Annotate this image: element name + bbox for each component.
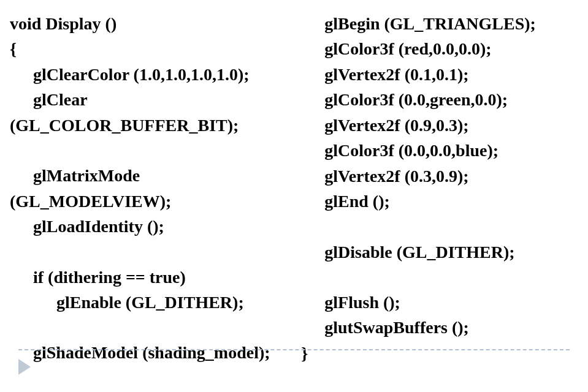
code-line: glBegin (GL_TRIANGLES);: [301, 11, 569, 36]
blank-line: [10, 138, 278, 163]
code-line: if (dithering == true): [10, 265, 278, 290]
code-line: glColor3f (0.0,0.0,blue);: [301, 138, 569, 163]
right-column: glBegin (GL_TRIANGLES); glColor3f (red,0…: [301, 11, 569, 366]
left-column: void Display () { glClearColor (1.0,1.0,…: [10, 11, 278, 366]
code-line: glLoadIdentity ();: [10, 214, 278, 239]
blank-line: [301, 214, 569, 239]
divider-line: [18, 349, 570, 350]
code-line: glShadeModel (shading_model);: [10, 340, 278, 365]
code-line: glColor3f (red,0.0,0.0);: [301, 36, 569, 61]
code-slide: void Display () { glClearColor (1.0,1.0,…: [0, 0, 588, 366]
blank-line: [10, 315, 278, 340]
code-line: glVertex2f (0.1,0.1);: [301, 62, 569, 87]
code-line: glEnable (GL_DITHER);: [10, 290, 278, 315]
code-line: glClear: [10, 87, 278, 112]
code-line: glDisable (GL_DITHER);: [301, 239, 569, 265]
code-line: glEnd ();: [301, 189, 569, 214]
code-line: glutSwapBuffers ();: [301, 315, 569, 340]
blank-line: [10, 239, 278, 265]
code-line: (GL_MODELVIEW);: [10, 189, 278, 214]
code-line: {: [10, 36, 278, 61]
code-line: glMatrixMode: [10, 163, 278, 188]
code-line: glVertex2f (0.9,0.3);: [301, 113, 569, 138]
code-line: glClearColor (1.0,1.0,1.0,1.0);: [10, 62, 278, 87]
code-line: }: [301, 341, 569, 366]
code-line: (GL_COLOR_BUFFER_BIT);: [10, 113, 278, 138]
code-line: void Display (): [10, 11, 278, 36]
code-line: glVertex2f (0.3,0.9);: [301, 164, 569, 189]
chevron-right-icon: [18, 359, 31, 375]
code-line: glFlush ();: [301, 290, 569, 315]
blank-line: [301, 265, 569, 290]
code-line: glColor3f (0.0,green,0.0);: [301, 87, 569, 112]
